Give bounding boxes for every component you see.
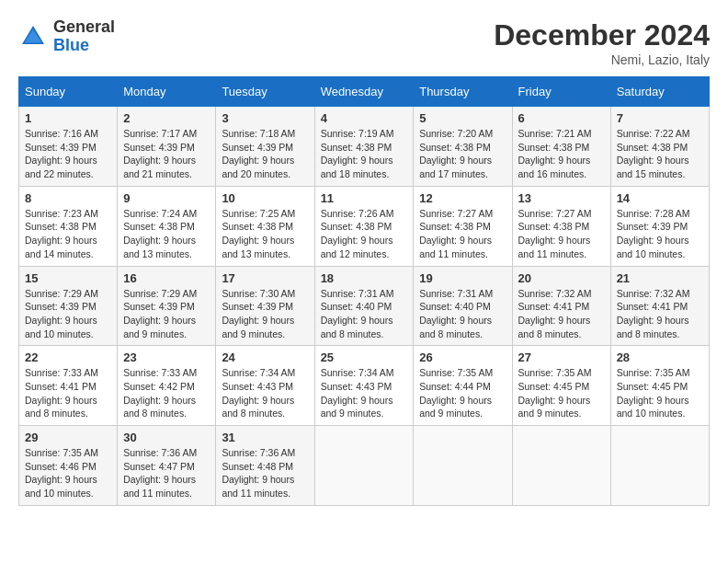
calendar-cell: 7Sunrise: 7:22 AMSunset: 4:38 PMDaylight…	[610, 107, 709, 187]
day-number: 3	[222, 111, 308, 125]
day-number: 20	[518, 271, 605, 285]
day-number: 8	[25, 191, 111, 205]
day-info: Sunrise: 7:16 AMSunset: 4:39 PMDaylight:…	[25, 127, 111, 181]
day-number: 6	[518, 111, 605, 125]
calendar-cell: 2Sunrise: 7:17 AMSunset: 4:39 PMDaylight…	[118, 107, 216, 187]
day-number: 27	[518, 350, 605, 364]
calendar-cell: 15Sunrise: 7:29 AMSunset: 4:39 PMDayligh…	[19, 266, 118, 346]
day-number: 26	[419, 350, 506, 364]
day-number: 5	[419, 111, 506, 125]
logo-blue: Blue	[53, 37, 115, 55]
calendar-cell: 14Sunrise: 7:28 AMSunset: 4:39 PMDayligh…	[610, 186, 709, 266]
logo: General Blue	[18, 18, 115, 55]
calendar-cell: 4Sunrise: 7:19 AMSunset: 4:38 PMDaylight…	[314, 107, 414, 187]
calendar-cell: 11Sunrise: 7:26 AMSunset: 4:38 PMDayligh…	[314, 186, 414, 266]
calendar-week-row: 1Sunrise: 7:16 AMSunset: 4:39 PMDaylight…	[19, 107, 710, 187]
weekday-header: Tuesday	[216, 77, 314, 107]
calendar-cell: 29Sunrise: 7:35 AMSunset: 4:46 PMDayligh…	[19, 426, 118, 506]
day-info: Sunrise: 7:26 AMSunset: 4:38 PMDaylight:…	[321, 207, 408, 261]
day-number: 31	[222, 431, 308, 444]
day-number: 24	[222, 350, 308, 364]
day-number: 13	[518, 191, 605, 205]
logo-text: General Blue	[53, 18, 115, 55]
day-number: 11	[321, 191, 408, 205]
weekday-header: Wednesday	[314, 77, 414, 107]
calendar-cell: 24Sunrise: 7:34 AMSunset: 4:43 PMDayligh…	[216, 346, 314, 426]
day-number: 17	[222, 271, 308, 285]
day-info: Sunrise: 7:17 AMSunset: 4:39 PMDaylight:…	[123, 127, 210, 181]
day-info: Sunrise: 7:32 AMSunset: 4:41 PMDaylight:…	[518, 287, 605, 341]
day-number: 18	[321, 271, 408, 285]
day-number: 21	[617, 271, 703, 285]
calendar-cell	[414, 426, 512, 506]
day-number: 19	[419, 271, 506, 285]
calendar-table: SundayMondayTuesdayWednesdayThursdayFrid…	[18, 76, 710, 506]
calendar-cell	[610, 426, 709, 506]
day-number: 14	[617, 191, 703, 205]
calendar-cell	[512, 426, 610, 506]
day-info: Sunrise: 7:35 AMSunset: 4:45 PMDaylight:…	[518, 366, 605, 420]
day-info: Sunrise: 7:31 AMSunset: 4:40 PMDaylight:…	[321, 287, 408, 341]
day-info: Sunrise: 7:29 AMSunset: 4:39 PMDaylight:…	[25, 287, 111, 341]
calendar-cell: 19Sunrise: 7:31 AMSunset: 4:40 PMDayligh…	[414, 266, 512, 346]
day-info: Sunrise: 7:20 AMSunset: 4:38 PMDaylight:…	[419, 127, 506, 181]
weekday-header-row: SundayMondayTuesdayWednesdayThursdayFrid…	[19, 77, 710, 107]
calendar-cell: 6Sunrise: 7:21 AMSunset: 4:38 PMDaylight…	[512, 107, 610, 187]
day-info: Sunrise: 7:25 AMSunset: 4:38 PMDaylight:…	[222, 207, 308, 261]
day-info: Sunrise: 7:19 AMSunset: 4:38 PMDaylight:…	[321, 127, 408, 181]
day-info: Sunrise: 7:34 AMSunset: 4:43 PMDaylight:…	[321, 366, 408, 420]
month-title: December 2024	[494, 18, 710, 52]
calendar-cell: 10Sunrise: 7:25 AMSunset: 4:38 PMDayligh…	[216, 186, 314, 266]
day-number: 1	[25, 111, 111, 125]
day-info: Sunrise: 7:23 AMSunset: 4:38 PMDaylight:…	[25, 207, 111, 261]
calendar-cell: 23Sunrise: 7:33 AMSunset: 4:42 PMDayligh…	[118, 346, 216, 426]
day-info: Sunrise: 7:33 AMSunset: 4:42 PMDaylight:…	[123, 366, 210, 420]
weekday-header: Thursday	[414, 77, 512, 107]
day-info: Sunrise: 7:33 AMSunset: 4:41 PMDaylight:…	[25, 366, 111, 420]
weekday-header: Saturday	[610, 77, 709, 107]
location: Nemi, Lazio, Italy	[494, 52, 710, 67]
calendar-cell: 3Sunrise: 7:18 AMSunset: 4:39 PMDaylight…	[216, 107, 314, 187]
day-number: 23	[123, 350, 210, 364]
calendar-week-row: 15Sunrise: 7:29 AMSunset: 4:39 PMDayligh…	[19, 266, 710, 346]
day-info: Sunrise: 7:27 AMSunset: 4:38 PMDaylight:…	[419, 207, 506, 261]
day-info: Sunrise: 7:18 AMSunset: 4:39 PMDaylight:…	[222, 127, 308, 181]
day-info: Sunrise: 7:30 AMSunset: 4:39 PMDaylight:…	[222, 287, 308, 341]
day-number: 25	[321, 350, 408, 364]
calendar-cell: 5Sunrise: 7:20 AMSunset: 4:38 PMDaylight…	[414, 107, 512, 187]
calendar-cell: 8Sunrise: 7:23 AMSunset: 4:38 PMDaylight…	[19, 186, 118, 266]
logo-general: General	[53, 18, 115, 37]
page-header: General Blue December 2024 Nemi, Lazio, …	[18, 18, 710, 67]
calendar-week-row: 8Sunrise: 7:23 AMSunset: 4:38 PMDaylight…	[19, 186, 710, 266]
day-info: Sunrise: 7:27 AMSunset: 4:38 PMDaylight:…	[518, 207, 605, 261]
calendar-cell: 27Sunrise: 7:35 AMSunset: 4:45 PMDayligh…	[512, 346, 610, 426]
day-number: 4	[321, 111, 408, 125]
calendar-week-row: 29Sunrise: 7:35 AMSunset: 4:46 PMDayligh…	[19, 426, 710, 506]
day-info: Sunrise: 7:36 AMSunset: 4:47 PMDaylight:…	[123, 446, 210, 500]
day-number: 7	[617, 111, 703, 125]
calendar-cell: 1Sunrise: 7:16 AMSunset: 4:39 PMDaylight…	[19, 107, 118, 187]
day-number: 2	[123, 111, 210, 125]
day-info: Sunrise: 7:21 AMSunset: 4:38 PMDaylight:…	[518, 127, 605, 181]
calendar-cell: 28Sunrise: 7:35 AMSunset: 4:45 PMDayligh…	[610, 346, 709, 426]
day-info: Sunrise: 7:24 AMSunset: 4:38 PMDaylight:…	[123, 207, 210, 261]
day-number: 29	[25, 431, 111, 444]
day-info: Sunrise: 7:36 AMSunset: 4:48 PMDaylight:…	[222, 446, 308, 500]
weekday-header: Sunday	[19, 77, 118, 107]
day-number: 16	[123, 271, 210, 285]
calendar-cell: 16Sunrise: 7:29 AMSunset: 4:39 PMDayligh…	[118, 266, 216, 346]
day-info: Sunrise: 7:29 AMSunset: 4:39 PMDaylight:…	[123, 287, 210, 341]
day-number: 22	[25, 350, 111, 364]
day-number: 28	[617, 350, 703, 364]
day-info: Sunrise: 7:31 AMSunset: 4:40 PMDaylight:…	[419, 287, 506, 341]
weekday-header: Monday	[118, 77, 216, 107]
calendar-cell: 17Sunrise: 7:30 AMSunset: 4:39 PMDayligh…	[216, 266, 314, 346]
day-info: Sunrise: 7:22 AMSunset: 4:38 PMDaylight:…	[617, 127, 703, 181]
title-block: December 2024 Nemi, Lazio, Italy	[494, 18, 710, 67]
calendar-cell: 12Sunrise: 7:27 AMSunset: 4:38 PMDayligh…	[414, 186, 512, 266]
day-info: Sunrise: 7:28 AMSunset: 4:39 PMDaylight:…	[617, 207, 703, 261]
calendar-cell: 13Sunrise: 7:27 AMSunset: 4:38 PMDayligh…	[512, 186, 610, 266]
calendar-cell: 30Sunrise: 7:36 AMSunset: 4:47 PMDayligh…	[118, 426, 216, 506]
calendar-cell	[314, 426, 414, 506]
calendar-cell: 25Sunrise: 7:34 AMSunset: 4:43 PMDayligh…	[314, 346, 414, 426]
